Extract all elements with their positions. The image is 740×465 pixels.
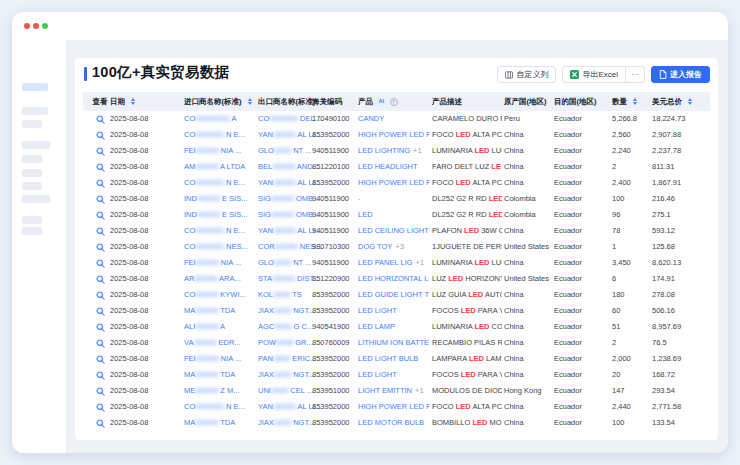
- cell-origin-country: China: [504, 143, 552, 159]
- cell-usd-total: 8,957.69: [652, 319, 710, 335]
- cell-quantity: 100: [612, 415, 650, 431]
- column-header[interactable]: 进口商名称(标准): [184, 92, 256, 111]
- cell-importer-link[interactable]: INDMMMM E SIS...: [184, 191, 256, 207]
- magnifier-icon: [96, 195, 105, 204]
- cell-product-link[interactable]: LED GUIDE LIGHT T: [358, 287, 430, 303]
- cell-product-link[interactable]: DOG TOY+3: [358, 239, 430, 255]
- column-header[interactable]: 产品描述: [432, 92, 502, 111]
- sort-icon[interactable]: [248, 98, 252, 106]
- cell-product-link[interactable]: LED LAMP: [358, 319, 430, 335]
- cell-usd-total: 133.54: [652, 415, 710, 431]
- cell-usd-total: 2,771.58: [652, 399, 710, 415]
- cell-importer-link[interactable]: FEIMMMM NIA ...: [184, 143, 256, 159]
- cell-product-link[interactable]: LITHIUM ION BATTE: [358, 335, 430, 351]
- cell-origin-country: China: [504, 335, 552, 351]
- minimize-window-icon[interactable]: [33, 23, 39, 29]
- cell-importer-link[interactable]: FEIMMMM NIA ...: [184, 351, 256, 367]
- cell-quantity: 3,450: [612, 255, 650, 271]
- cell-quantity: 100: [612, 191, 650, 207]
- cell-importer-link[interactable]: COMMMM KYWI...: [184, 287, 256, 303]
- sidebar-item[interactable]: [22, 155, 42, 163]
- cell-importer-link[interactable]: MAMMMM TDA: [184, 303, 256, 319]
- cell-product-link[interactable]: LED: [358, 207, 430, 223]
- column-header[interactable]: 原产国(地区): [504, 92, 552, 111]
- more-products-badge[interactable]: +3: [395, 242, 404, 251]
- column-header[interactable]: 美元总价: [652, 92, 716, 111]
- cell-date: 2025-08-08: [110, 351, 182, 367]
- cell-hs-code: 853952000: [312, 127, 358, 143]
- cell-origin-country: United States: [504, 239, 552, 255]
- sidebar-item[interactable]: [22, 107, 48, 115]
- cell-product-link[interactable]: LIGHT EMITTIN+1: [358, 383, 430, 399]
- cell-product-link[interactable]: LED HORIZONTAL L: [358, 271, 430, 287]
- cell-product-link[interactable]: CANDY: [358, 111, 430, 127]
- more-products-badge[interactable]: +1: [413, 146, 422, 155]
- cell-product-link[interactable]: LED LIGHT: [358, 303, 430, 319]
- cell-product-link[interactable]: HIGH POWER LED F: [358, 399, 430, 415]
- cell-importer-link[interactable]: COMMMMM N E...: [184, 127, 256, 143]
- highlight-keyword: LED: [475, 322, 490, 331]
- column-header[interactable]: 海关编码: [312, 92, 358, 111]
- cell-importer-link[interactable]: VAMMMM EDR...: [184, 335, 256, 351]
- cell-importer-link[interactable]: ALIMMMM A: [184, 319, 256, 335]
- enter-report-button[interactable]: 进入报告: [651, 66, 710, 83]
- cell-hs-code: 853951000: [312, 383, 358, 399]
- close-window-icon[interactable]: [24, 23, 30, 29]
- maximize-window-icon[interactable]: [42, 23, 48, 29]
- cell-product-link[interactable]: LED HEADLIGHT: [358, 159, 430, 175]
- cell-importer-link[interactable]: COMMMMM N E...: [184, 175, 256, 191]
- cell-product-link[interactable]: HIGH POWER LED F: [358, 175, 430, 191]
- cell-importer-link[interactable]: MAMMMM TDA: [184, 415, 256, 431]
- cell-origin-country: China: [504, 303, 552, 319]
- cell-product-link[interactable]: LED LIGHT: [358, 367, 430, 383]
- cell-date: 2025-08-08: [110, 175, 182, 191]
- table-row: 2025-08-08COMMMMMM ACOMMMMM DEL ...17049…: [83, 111, 710, 127]
- sort-icon[interactable]: [688, 98, 692, 106]
- table-row: 2025-08-08COMMMMM NES...CORMMMM NES...98…: [83, 239, 710, 255]
- sidebar-item[interactable]: [22, 141, 50, 149]
- column-header[interactable]: 目的国(地区): [554, 92, 610, 111]
- highlight-keyword: LED: [456, 402, 471, 411]
- sidebar-item-active[interactable]: [22, 83, 48, 91]
- cell-product-link[interactable]: LED CEILING LIGHT: [358, 223, 430, 239]
- column-header[interactable]: 数量: [612, 92, 650, 111]
- cell-importer-link[interactable]: COMMMMM N E...: [184, 223, 256, 239]
- help-icon[interactable]: ?: [390, 98, 398, 106]
- cell-product-link[interactable]: LED LIGHTING+1: [358, 143, 430, 159]
- sidebar-item[interactable]: [22, 182, 42, 190]
- column-header[interactable]: 日期: [110, 92, 182, 111]
- cell-importer-link[interactable]: FEIMMMM NIA ...: [184, 255, 256, 271]
- column-header[interactable]: 产品AI?: [358, 92, 430, 111]
- sidebar-item[interactable]: [22, 227, 42, 235]
- cell-product-link[interactable]: -: [358, 191, 430, 207]
- sidebar-item[interactable]: [22, 120, 42, 128]
- cell-importer-link[interactable]: COMMMMM N E...: [184, 399, 256, 415]
- export-more-button[interactable]: ···: [626, 66, 645, 83]
- cell-product-link[interactable]: HIGH POWER LED F: [358, 127, 430, 143]
- more-products-badge[interactable]: +1: [415, 386, 424, 395]
- cell-hs-code: 853952000: [312, 287, 358, 303]
- cell-usd-total: 76.5: [652, 335, 710, 351]
- customize-columns-button[interactable]: 自定义列: [497, 66, 556, 83]
- cell-importer-link[interactable]: ARMMMM ARA...: [184, 271, 256, 287]
- export-excel-button[interactable]: 导出Excel: [562, 66, 626, 83]
- cell-importer-link[interactable]: AMMMMM A LTDA: [184, 159, 256, 175]
- masked-text: MMMMM: [195, 130, 224, 139]
- cell-origin-country: China: [504, 367, 552, 383]
- sidebar-item[interactable]: [22, 195, 50, 203]
- cell-quantity: 6: [612, 271, 650, 287]
- cell-product-link[interactable]: LED MOTOR BULB: [358, 415, 430, 431]
- cell-importer-link[interactable]: COMMMMMM A: [184, 111, 256, 127]
- more-products-badge[interactable]: +1: [416, 258, 425, 267]
- cell-importer-link[interactable]: COMMMMM NES...: [184, 239, 256, 255]
- cell-importer-link[interactable]: INDMMMM E SIS...: [184, 207, 256, 223]
- cell-product-link[interactable]: LED LIGHT BULB: [358, 351, 430, 367]
- sidebar-item[interactable]: [22, 216, 42, 224]
- sort-icon[interactable]: [633, 98, 637, 106]
- cell-product-link[interactable]: LED PANEL LIG+1: [358, 255, 430, 271]
- highlight-keyword: LED: [475, 146, 490, 155]
- sort-icon[interactable]: [131, 98, 135, 106]
- sidebar-item[interactable]: [22, 169, 42, 177]
- cell-importer-link[interactable]: MAMMMM TDA: [184, 367, 256, 383]
- cell-importer-link[interactable]: MEMMMM Z M...: [184, 383, 256, 399]
